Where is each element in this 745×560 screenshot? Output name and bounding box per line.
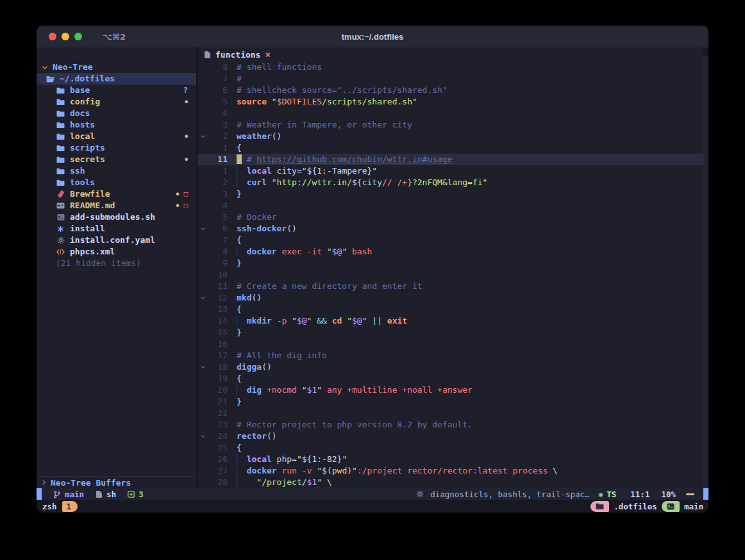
code-line[interactable]: 24rector() <box>197 431 708 442</box>
tmux-right: .dotfiles main <box>590 501 703 512</box>
tmux-window-index-badge[interactable]: 1 <box>62 501 78 512</box>
code-line[interactable]: 8# shell functions <box>197 62 708 73</box>
code-line[interactable]: 21} <box>197 396 708 408</box>
code-line[interactable]: 27▏ docker run -v "$(pwd)":/project rect… <box>197 465 708 477</box>
code-text: { <box>237 373 242 384</box>
code-line[interactable]: 13{ <box>197 304 708 315</box>
tree-item[interactable]: scripts <box>37 142 196 154</box>
fold-column <box>197 408 208 419</box>
code-line[interactable]: 15} <box>197 327 708 338</box>
tree-item[interactable]: add-submodules.sh <box>37 211 196 223</box>
code-line[interactable]: 6ssh-docker() <box>197 223 708 235</box>
terminal-window: ⌥⌘2 tmux:~/.dotfiles Neo-Tree ~/.dotfile… <box>37 26 708 513</box>
code-text: { <box>237 442 242 454</box>
neotree-sidebar: Neo-Tree ~/.dotfiles base?config●docshos… <box>37 47 196 488</box>
desktop: { "window": {"title": "tmux:~/.dotfiles"… <box>0 0 745 560</box>
tree-item[interactable]: tools <box>37 177 196 188</box>
code-line[interactable]: 3# Weather in Tampere, or other city <box>197 119 708 131</box>
tree-root-item[interactable]: ~/.dotfiles <box>37 73 196 85</box>
code-line[interactable]: 5source "$DOTFILES/scripts/shared.sh" <box>197 96 708 108</box>
git-branch-icon <box>53 490 61 498</box>
tree-item[interactable]: config● <box>37 96 196 108</box>
tree-item-label: phpcs.xml <box>70 246 115 258</box>
tree-item-label: secrets <box>70 154 105 165</box>
line-number: 23 <box>208 419 228 431</box>
filetype-segment: sh <box>96 490 116 499</box>
gear-icon <box>416 490 424 498</box>
fold-column <box>197 396 208 408</box>
neotree-buffers-section[interactable]: Neo-Tree Buffers <box>37 476 196 488</box>
scrollbar-thumb[interactable] <box>703 47 708 56</box>
code-line[interactable]: 11 # https://github.com/chubin/wttr.in#u… <box>197 154 708 165</box>
git-status-badge: ● <box>185 96 188 108</box>
fold-chevron-icon[interactable] <box>197 361 208 373</box>
fold-chevron-icon[interactable] <box>197 431 208 442</box>
code-line[interactable]: 16 <box>197 338 708 350</box>
code-line[interactable]: 26▏ local php="${1:-82}" <box>197 454 708 465</box>
line-number: 18 <box>208 361 228 373</box>
tree-item[interactable]: install.conf.yaml <box>37 235 196 246</box>
tree-item[interactable]: docs <box>37 108 196 119</box>
code-line[interactable]: 17# All the dig info <box>197 350 708 361</box>
tree-item[interactable]: base? <box>37 85 196 96</box>
git-status-badges: ● <box>185 154 196 165</box>
tree-item[interactable]: secrets● <box>37 154 196 165</box>
git-status-badge: □ <box>183 200 188 211</box>
git-status-badge: ? <box>183 85 188 96</box>
code-text: source "$DOTFILES/scripts/shared.sh" <box>237 96 417 108</box>
git-status-badges: ●□ <box>176 200 196 211</box>
code-line[interactable]: 4 <box>197 200 708 211</box>
code-line[interactable]: 18digga() <box>197 361 708 373</box>
fold-chevron-icon[interactable] <box>197 223 208 235</box>
code-line[interactable]: 1{ <box>197 142 708 154</box>
code-line[interactable]: 7# <box>197 73 708 85</box>
code-line[interactable]: 8▏ docker exec -it "$@" bash <box>197 246 708 258</box>
code-line[interactable]: 11# Create a new directory and enter it <box>197 281 708 292</box>
tree-item[interactable]: local● <box>37 131 196 142</box>
tree-item[interactable]: hosts <box>37 119 196 131</box>
line-number: 8 <box>208 62 228 73</box>
code-line[interactable]: 9} <box>197 258 708 269</box>
tree-item[interactable]: README.md●□ <box>37 200 196 211</box>
fold-column <box>197 304 208 315</box>
tree-item[interactable]: phpcs.xml <box>37 246 196 258</box>
code-line[interactable]: 14▏ mkdir -p "$@" && cd "$@" || exit <box>197 315 708 327</box>
scrollbar[interactable] <box>703 47 708 488</box>
line-number: 13 <box>208 304 228 315</box>
code-line[interactable]: 1▏ local city="${1:-Tampere}" <box>197 165 708 177</box>
fold-column <box>197 419 208 431</box>
fold-column <box>197 108 208 119</box>
tree-item[interactable]: Brewfile●□ <box>37 188 196 200</box>
code-line[interactable]: 20▏ dig +nocmd "$1" any +multiline +noal… <box>197 384 708 396</box>
code-line[interactable]: 12mkd() <box>197 292 708 304</box>
line-number: 1 <box>208 142 228 154</box>
fold-chevron-icon[interactable] <box>197 131 208 142</box>
tree-item[interactable]: install <box>37 223 196 235</box>
file-icon <box>204 51 211 59</box>
code-line[interactable]: 25{ <box>197 442 708 454</box>
code-line[interactable]: 3} <box>197 188 708 200</box>
code-line[interactable]: 4 <box>197 108 708 119</box>
line-number: 25 <box>208 442 228 454</box>
titlebar: ⌥⌘2 tmux:~/.dotfiles <box>37 26 708 47</box>
tab-functions[interactable]: functions × <box>197 47 277 62</box>
code-line[interactable]: 7{ <box>197 235 708 246</box>
chevron-right-icon <box>42 479 46 486</box>
code-line[interactable]: 6# shellcheck source="../scripts/shared.… <box>197 85 708 96</box>
code-line[interactable]: 22 <box>197 408 708 419</box>
tree-item-label: ssh <box>70 165 85 177</box>
tree-item[interactable]: ssh <box>37 165 196 177</box>
code-line[interactable]: 10 <box>197 269 708 281</box>
code-line[interactable]: 23# Rector project to php version 8.2 by… <box>197 419 708 431</box>
code-line[interactable]: 2weather() <box>197 131 708 142</box>
code-line[interactable]: 28▏ "/project/$1" \ <box>197 477 708 488</box>
fold-column <box>197 85 208 96</box>
close-icon[interactable]: × <box>265 50 270 59</box>
fold-chevron-icon[interactable] <box>197 292 208 304</box>
buffers-title: Neo-Tree Buffers <box>51 478 131 488</box>
fold-column <box>197 338 208 350</box>
code-line[interactable]: 2▏ curl "http://wttr.in/${city// /+}?2nF… <box>197 177 708 188</box>
code-line[interactable]: 19{ <box>197 373 708 384</box>
code-line[interactable]: 5# Docker <box>197 211 708 223</box>
gear-icon <box>56 236 65 244</box>
